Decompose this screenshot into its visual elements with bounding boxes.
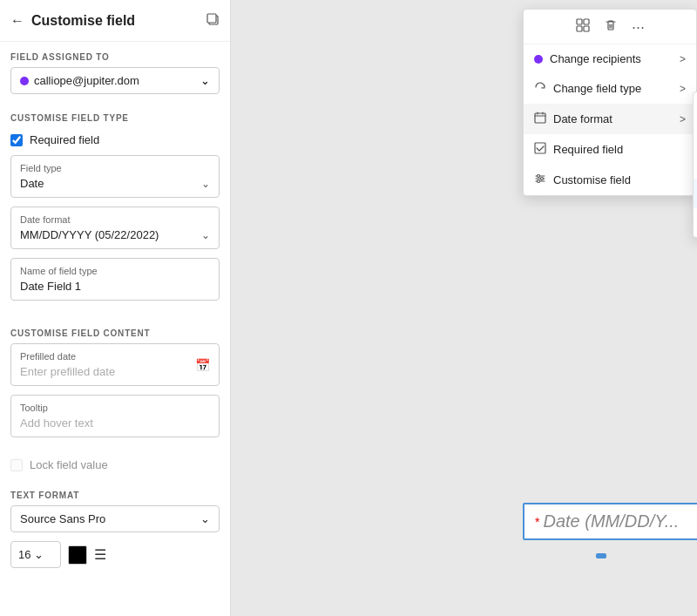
change-field-type-label: Change field type <box>553 82 641 95</box>
customise-field-content-group: Prefilled date Enter prefilled date 📅 To… <box>0 343 230 455</box>
font-controls-row: 16 ⌄ ☰ <box>0 541 230 577</box>
svg-point-10 <box>538 180 540 183</box>
assignee-dropdown[interactable]: calliope@jupiter.dom ⌄ <box>10 67 220 94</box>
date-format-box[interactable]: Date format MM/DD/YYYY (05/22/2022) ⌄ <box>10 206 220 249</box>
prefilled-date-inner: Prefilled date Enter prefilled date <box>20 351 195 378</box>
lock-field-row: Lock field value <box>0 455 230 480</box>
name-of-field-input[interactable] <box>20 280 210 293</box>
lock-field-checkbox <box>10 459 23 471</box>
svg-rect-1 <box>207 14 216 23</box>
assignee-value: calliope@jupiter.dom <box>34 74 195 87</box>
change-recipients-label: Change recipients <box>550 52 641 65</box>
tooltip-box[interactable]: Tooltip Add hover text <box>10 395 220 437</box>
size-dropdown[interactable]: 16 ⌄ <box>10 541 61 568</box>
context-menu: ⋯ Change recipients > Change field type … <box>523 9 697 196</box>
panel-title: Customise field <box>31 13 135 29</box>
font-chevron: ⌄ <box>200 512 210 525</box>
field-type-box-label: Field type <box>20 163 210 173</box>
svg-rect-6 <box>535 113 545 123</box>
left-panel: ← Customise field FIELD ASSIGNED TO call… <box>0 0 231 616</box>
date-format-option-2[interactable]: MM/DD/YY (05/22/22) <box>694 150 697 179</box>
name-of-field-label: Name of field type <box>20 266 210 276</box>
panel-header: ← Customise field <box>0 0 230 42</box>
required-field-left: Required field <box>534 142 623 157</box>
assignee-dot <box>20 77 29 85</box>
prefilled-date-label: Prefilled date <box>20 351 195 362</box>
trash-icon[interactable] <box>604 18 618 35</box>
name-of-field-box[interactable]: Name of field type <box>10 258 220 301</box>
svg-rect-3 <box>584 19 589 24</box>
date-preview-placeholder: Date (MM/DD/Y... <box>543 511 679 531</box>
checkmark-square-icon <box>534 142 546 157</box>
field-type-box[interactable]: Field type Date ⌄ <box>10 155 220 198</box>
date-format-chevron: > <box>680 113 686 125</box>
resize-handle[interactable] <box>596 553 606 558</box>
lock-field-label: Lock field value <box>30 458 108 471</box>
right-panel: ⋯ Change recipients > Change field type … <box>231 0 697 616</box>
copy-button[interactable] <box>206 12 220 29</box>
date-format-box-label: Date format <box>20 214 210 225</box>
field-assigned-label: FIELD ASSIGNED TO <box>0 42 230 67</box>
svg-rect-2 <box>577 19 582 24</box>
font-name: Source Sans Pro <box>20 512 105 525</box>
svg-rect-4 <box>577 26 582 31</box>
change-field-type-left: Change field type <box>534 81 641 96</box>
change-field-type-chevron: > <box>680 83 686 95</box>
date-format-item[interactable]: Date format > <box>524 104 696 134</box>
size-chevron: ⌄ <box>34 548 44 561</box>
text-format-group: Source Sans Pro ⌄ <box>0 505 230 541</box>
calendar-menu-icon <box>534 112 546 126</box>
customise-field-content-label: CUSTOMISE FIELD CONTENT <box>0 318 230 343</box>
required-field-item[interactable]: Required field <box>524 134 696 165</box>
recipients-dot <box>534 55 543 64</box>
svg-point-9 <box>541 178 544 180</box>
date-format-option-0[interactable]: DD-MMM-YYYY (22-May-2022) <box>694 92 697 121</box>
date-field-preview[interactable]: * Date (MM/DD/Y... <box>523 503 697 540</box>
calendar-icon: 📅 <box>195 358 210 372</box>
required-field-menu-label: Required field <box>553 143 623 156</box>
more-icon[interactable]: ⋯ <box>632 19 645 35</box>
prefilled-date-box[interactable]: Prefilled date Enter prefilled date 📅 <box>10 343 220 386</box>
date-format-menu-label: Date format <box>553 112 612 125</box>
prefilled-date-placeholder: Enter prefilled date <box>20 365 115 378</box>
customise-field-type-label: CUSTOMISE FIELD TYPE <box>0 103 230 128</box>
sliders-icon <box>534 173 546 187</box>
align-button[interactable]: ☰ <box>94 546 106 563</box>
required-star: * <box>535 515 539 529</box>
refresh-icon <box>534 81 546 96</box>
field-type-group: Field type Date ⌄ Date format MM/DD/YYYY… <box>0 155 230 318</box>
font-size: 16 <box>18 548 30 561</box>
required-field-checkbox[interactable] <box>10 134 23 146</box>
color-swatch[interactable] <box>68 545 87 565</box>
date-format-option-1[interactable]: MMM DD, YYYY (May 22, 2022) <box>694 121 697 150</box>
svg-point-8 <box>538 175 540 178</box>
back-button[interactable]: ← <box>10 13 24 29</box>
field-assigned-group: calliope@jupiter.dom ⌄ <box>0 67 230 103</box>
copy-icon <box>206 12 220 26</box>
field-type-box-value: Date ⌄ <box>20 177 210 190</box>
date-format-option-4[interactable]: DD/MM/YY (22/05/22) <box>694 208 697 237</box>
date-preview-area: * Date (MM/DD/Y... <box>523 503 680 555</box>
customise-field-item[interactable]: Customise field <box>524 165 696 195</box>
svg-rect-5 <box>584 26 589 31</box>
font-dropdown[interactable]: Source Sans Pro ⌄ <box>10 505 220 532</box>
name-of-field-value <box>20 280 210 293</box>
customise-field-menu-label: Customise field <box>553 173 631 186</box>
context-menu-toolbar: ⋯ <box>524 10 696 44</box>
tooltip-label: Tooltip <box>20 403 210 413</box>
date-format-left: Date format <box>534 112 612 126</box>
date-format-option-3[interactable]: MM/DD/YYYY (05/22/2022) ✓ <box>694 179 697 208</box>
change-field-type-item[interactable]: Change field type > <box>524 73 696 104</box>
date-format-chevron: ⌄ <box>201 229 210 241</box>
date-format-box-value: MM/DD/YYYY (05/22/2022) ⌄ <box>20 228 210 241</box>
required-field-checkbox-label: Required field <box>30 133 99 146</box>
customise-field-left: Customise field <box>534 173 631 187</box>
date-format-submenu: DD-MMM-YYYY (22-May-2022) MMM DD, YYYY (… <box>693 91 697 238</box>
change-recipients-left: Change recipients <box>534 52 641 65</box>
grid-icon[interactable] <box>576 18 590 35</box>
tooltip-placeholder: Add hover text <box>20 416 93 430</box>
required-field-row: Required field <box>0 128 230 155</box>
change-recipients-item[interactable]: Change recipients > <box>524 44 696 73</box>
change-recipients-chevron: > <box>680 53 686 65</box>
text-format-label: TEXT FORMAT <box>0 480 230 505</box>
